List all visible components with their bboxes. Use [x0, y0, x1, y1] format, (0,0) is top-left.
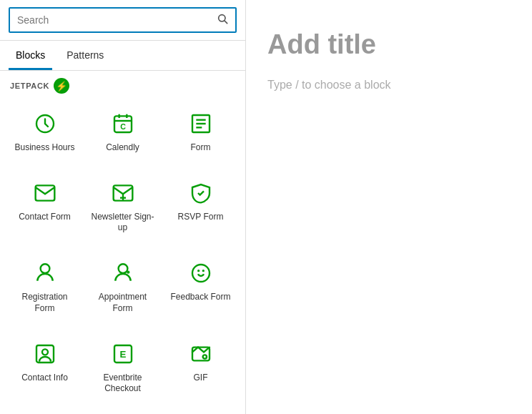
- block-item-rsvp-form[interactable]: RSVP Form: [162, 170, 240, 250]
- newsletter-icon: [110, 180, 136, 206]
- gif-icon: [188, 341, 214, 367]
- contact-form-icon: [32, 180, 58, 206]
- svg-point-16: [192, 265, 210, 282]
- blocks-grid: Business Hours C Calendly Form Cont: [0, 98, 245, 414]
- tab-blocks[interactable]: Blocks: [9, 41, 52, 70]
- rsvp-icon: [188, 180, 214, 206]
- block-label-calendly: Calendly: [106, 142, 139, 154]
- contact-info-icon: [32, 341, 58, 367]
- block-hint: Type / to choose a block: [267, 79, 511, 92]
- block-label-contact-info: Contact Info: [21, 373, 68, 384]
- block-label-feedback-form: Feedback Form: [170, 292, 230, 303]
- block-item-gif[interactable]: GIF: [162, 331, 240, 411]
- svg-text:C: C: [120, 122, 126, 131]
- block-label-contact-form: Contact Form: [19, 212, 71, 223]
- tab-patterns[interactable]: Patterns: [59, 41, 111, 70]
- svg-line-1: [225, 21, 227, 24]
- block-item-contact-form[interactable]: Contact Form: [6, 170, 84, 250]
- block-label-registration-form: Registration Form: [11, 292, 78, 314]
- block-item-newsletter-signup[interactable]: Newsletter Sign-up: [84, 170, 162, 250]
- block-item-feedback-form[interactable]: Feedback Form: [162, 250, 240, 330]
- block-item-calendly[interactable]: C Calendly: [84, 101, 162, 170]
- jetpack-icon: ⚡: [54, 78, 69, 94]
- block-label-rsvp-form: RSVP Form: [178, 212, 224, 223]
- section-label: JETPACK ⚡: [0, 71, 245, 98]
- search-icon: [217, 13, 228, 27]
- block-label-gif: GIF: [194, 373, 208, 384]
- left-panel: Blocks Patterns JETPACK ⚡ Business Hours…: [0, 0, 246, 414]
- registration-icon: [32, 260, 58, 286]
- block-item-appointment-form[interactable]: Appointment Form: [84, 250, 162, 330]
- tabs: Blocks Patterns: [0, 41, 245, 71]
- block-item-form[interactable]: Form: [162, 101, 240, 170]
- svg-text:E: E: [119, 349, 126, 360]
- block-label-newsletter-signup: Newsletter Sign-up: [89, 212, 156, 234]
- search-input[interactable]: [17, 14, 212, 26]
- section-label-text: JETPACK: [10, 82, 49, 90]
- block-item-contact-info[interactable]: Contact Info: [6, 331, 84, 411]
- clock-icon: [32, 111, 58, 137]
- feedback-icon: [188, 260, 214, 286]
- form-icon: [188, 111, 214, 137]
- calendly-icon: C: [110, 111, 136, 137]
- block-label-business-hours: Business Hours: [14, 142, 74, 154]
- block-item-registration-form[interactable]: Registration Form: [6, 250, 84, 330]
- appointment-icon: [110, 260, 136, 286]
- block-label-form: Form: [191, 142, 211, 154]
- block-label-appointment-form: Appointment Form: [89, 292, 156, 314]
- block-item-eventbrite-checkout[interactable]: E Eventbrite Checkout: [84, 331, 162, 411]
- search-bar: [0, 0, 245, 41]
- svg-point-20: [42, 349, 48, 355]
- block-label-eventbrite-checkout: Eventbrite Checkout: [89, 373, 156, 395]
- search-input-wrapper[interactable]: [9, 7, 237, 33]
- eventbrite-icon: E: [110, 341, 136, 367]
- block-item-business-hours[interactable]: Business Hours: [6, 101, 84, 170]
- right-panel: Add title Type / to choose a block: [246, 0, 532, 414]
- editor-title-placeholder[interactable]: Add title: [267, 29, 511, 61]
- svg-point-24: [202, 355, 206, 358]
